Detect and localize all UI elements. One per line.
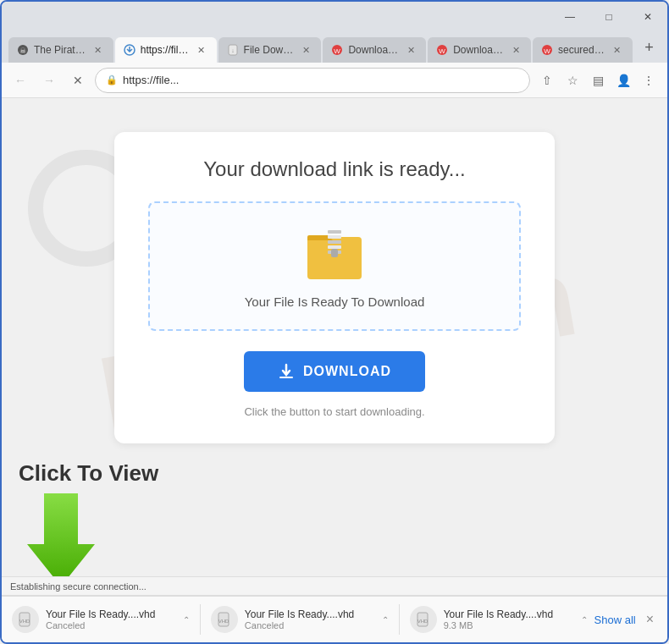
- filedown2-tab-icon: ↓: [227, 44, 239, 56]
- dl-status-1: Canceled: [46, 620, 176, 630]
- download-item-3: VHD Your File Is Ready....vhd 9.3 MB ⌃: [410, 606, 588, 633]
- status-text: Establishing secure connection...: [10, 581, 147, 592]
- dl-divider-1: [200, 604, 201, 635]
- tab-filedown-close[interactable]: ✕: [195, 43, 208, 57]
- browser-window: ― □ ✕ ☠ The Pirate... ✕ https://file... …: [0, 0, 669, 644]
- tab-secured-close[interactable]: ✕: [611, 43, 624, 57]
- address-input-wrapper[interactable]: 🔒 https://file...: [95, 68, 530, 93]
- dl-status-3: 9.3 MB: [444, 620, 574, 630]
- dl-chevron-2[interactable]: ⌃: [382, 615, 389, 625]
- lock-icon: 🔒: [106, 74, 118, 85]
- tab-download2[interactable]: W Download... ✕: [428, 37, 531, 63]
- file-icon-2: VHD: [217, 612, 232, 627]
- filedown-tab-icon: [124, 44, 135, 56]
- dl-icon-3: VHD: [410, 606, 437, 633]
- window-controls: ― □ ✕: [550, 2, 667, 32]
- tab-download2-close[interactable]: ✕: [509, 43, 522, 57]
- title-bar: ― □ ✕: [2, 2, 667, 32]
- tab-filedown-label: https://file...: [141, 44, 190, 56]
- tab-filedown2-label: File Down...: [244, 44, 295, 56]
- svg-marker-21: [27, 493, 95, 576]
- download-item-1: VHD Your File Is Ready....vhd Canceled ⌃: [12, 606, 190, 633]
- share-button[interactable]: ⇧: [535, 69, 559, 92]
- svg-text:VHD: VHD: [417, 619, 428, 624]
- download-button-label: DOWNLOAD: [303, 364, 391, 379]
- svg-text:☠: ☠: [19, 47, 26, 55]
- tab-download1-label: Download...: [348, 44, 399, 56]
- secured-tab-icon: W: [541, 44, 553, 56]
- downloads-bar: VHD Your File Is Ready....vhd Canceled ⌃…: [2, 595, 667, 642]
- svg-text:W: W: [334, 47, 341, 55]
- download2-tab-icon: W: [436, 44, 448, 56]
- main-card: Your download link is ready...: [114, 132, 555, 443]
- dl-status-2: Canceled: [245, 620, 375, 630]
- dl-icon-2: VHD: [211, 606, 238, 633]
- svg-rect-14: [328, 230, 341, 234]
- click-to-view-section: Click To View: [19, 460, 667, 576]
- download-button[interactable]: DOWNLOAD: [244, 351, 425, 392]
- dl-info-2: Your File Is Ready....vhd Canceled: [245, 608, 375, 630]
- pirate-tab-icon: ☠: [17, 44, 29, 56]
- download1-tab-icon: W: [331, 44, 343, 56]
- close-button[interactable]: ✕: [628, 2, 667, 32]
- reload-button[interactable]: ✕: [66, 69, 90, 92]
- dl-name-1: Your File Is Ready....vhd: [46, 608, 176, 620]
- arrow-down-icon: [27, 493, 95, 576]
- svg-rect-16: [328, 240, 341, 244]
- tabs-bar: ☠ The Pirate... ✕ https://file... ✕ ↓ Fi…: [2, 32, 667, 63]
- new-tab-button[interactable]: +: [638, 36, 661, 59]
- svg-text:W: W: [544, 47, 550, 55]
- favorite-button[interactable]: ☆: [561, 69, 584, 92]
- dl-chevron-1[interactable]: ⌃: [183, 615, 190, 625]
- show-all-button[interactable]: Show all: [594, 614, 636, 626]
- dl-divider-2: [399, 604, 400, 635]
- svg-text:↓: ↓: [231, 47, 235, 53]
- profile-button[interactable]: 👤: [611, 69, 635, 92]
- svg-rect-20: [279, 377, 293, 378]
- dl-chevron-3[interactable]: ⌃: [581, 615, 588, 625]
- menu-button[interactable]: ⋮: [637, 69, 661, 92]
- file-icon-3: VHD: [416, 612, 431, 627]
- svg-rect-19: [331, 249, 338, 257]
- svg-rect-15: [328, 235, 341, 239]
- tab-download1-close[interactable]: ✕: [404, 43, 417, 57]
- download-item-2: VHD Your File Is Ready....vhd Canceled ⌃: [211, 606, 389, 633]
- tab-pirate-label: The Pirate...: [34, 44, 86, 56]
- back-button[interactable]: ←: [8, 69, 32, 92]
- file-ready-text: Your File Is Ready To Download: [167, 294, 502, 309]
- tab-filedown[interactable]: https://file... ✕: [115, 37, 217, 63]
- maximize-button[interactable]: □: [589, 2, 628, 32]
- card-title: Your download link is ready...: [148, 157, 521, 181]
- address-text: https://file...: [123, 74, 179, 86]
- tab-secured[interactable]: W securedd... ✕: [533, 37, 633, 63]
- address-bar: ← → ✕ 🔒 https://file... ⇧ ☆ ▤ 👤 ⋮: [2, 63, 667, 98]
- download-icon: [278, 363, 295, 380]
- forward-button[interactable]: →: [37, 69, 61, 92]
- tab-download2-label: Download...: [453, 44, 504, 56]
- page-content: риск.com Your download link is ready...: [2, 98, 667, 576]
- dl-name-2: Your File Is Ready....vhd: [245, 608, 375, 620]
- svg-text:VHD: VHD: [19, 619, 30, 624]
- dl-info-1: Your File Is Ready....vhd Canceled: [46, 608, 176, 630]
- tab-filedown2[interactable]: ↓ File Down... ✕: [218, 37, 322, 63]
- file-preview-box: Your File Is Ready To Download: [148, 201, 521, 331]
- download-hint: Click the button to start downloading.: [148, 405, 521, 418]
- dl-name-3: Your File Is Ready....vhd: [444, 608, 574, 620]
- tab-pirate[interactable]: ☠ The Pirate... ✕: [8, 37, 113, 63]
- status-bar: Establishing secure connection...: [2, 576, 667, 595]
- zip-file-icon: [304, 223, 365, 284]
- toolbar-right: ⇧ ☆ ▤ 👤 ⋮: [535, 69, 661, 92]
- dl-icon-1: VHD: [12, 606, 39, 633]
- file-icon-1: VHD: [18, 612, 33, 627]
- downloads-bar-close-button[interactable]: ×: [643, 608, 657, 630]
- tab-filedown2-close[interactable]: ✕: [299, 43, 312, 57]
- svg-text:VHD: VHD: [218, 619, 229, 624]
- click-to-view-text: Click To View: [19, 460, 667, 487]
- extensions-button[interactable]: ▤: [586, 69, 610, 92]
- minimize-button[interactable]: ―: [550, 2, 589, 32]
- tab-secured-label: securedd...: [558, 44, 605, 56]
- tab-pirate-close[interactable]: ✕: [91, 43, 105, 57]
- tab-download1[interactable]: W Download... ✕: [323, 37, 426, 63]
- svg-rect-17: [328, 245, 341, 249]
- dl-info-3: Your File Is Ready....vhd 9.3 MB: [444, 608, 574, 630]
